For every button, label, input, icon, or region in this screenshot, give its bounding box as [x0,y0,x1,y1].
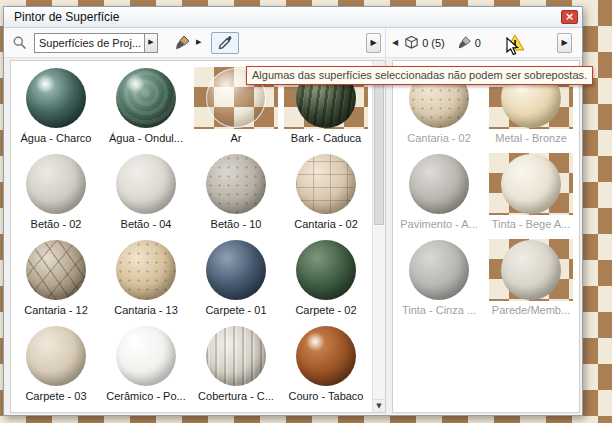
material-sphere [501,240,561,300]
selection-surfaces-panel: Cantaria - 02Metal - BronzePavimento - A… [392,60,580,413]
material-sphere [296,154,356,214]
panel-collapse-icon[interactable]: ◀ [392,38,398,47]
pick-surface-button[interactable] [211,32,239,54]
material-label: Carpete - 03 [11,390,101,402]
catalog-scrollbar[interactable]: ▲ ▼ [372,61,385,412]
material-item[interactable]: Parede/Memb... [485,237,577,323]
material-preview [14,325,98,387]
material-sphere [296,326,356,386]
material-item[interactable]: Água - Ondul... [101,65,191,151]
material-preview [489,239,573,301]
search-icon[interactable] [12,35,28,51]
material-preview [284,239,368,301]
material-label: Pavimento - A... [393,218,485,230]
material-label: Betão - 04 [101,218,191,230]
material-sphere [206,240,266,300]
material-item[interactable]: Carpete - 01 [191,237,281,323]
material-sphere [26,240,86,300]
material-item[interactable]: Cantaria - 12 [11,237,101,323]
filter-popup-icon: ▶ [148,39,153,46]
surface-catalog-panel: Água - CharcoÁgua - Ondul...ArBark - Cad… [10,60,386,413]
window-titlebar[interactable]: Pintor de Superfície × [4,7,582,28]
scroll-down-button[interactable]: ▼ [373,399,385,412]
material-item[interactable]: Betão - 10 [191,151,281,237]
selection-surfaces-grid: Cantaria - 02Metal - BronzePavimento - A… [393,61,579,323]
material-item[interactable]: Cantaria - 13 [101,237,191,323]
paint-brush-icon [174,34,191,51]
material-item[interactable]: Tinta - Cinza ... [393,237,485,323]
material-label: Cantaria - 13 [101,304,191,316]
toolbar: Superfícies de Proj... ▶ ▶ [4,28,582,58]
surface-filter-value: Superfícies de Proj... [35,34,144,52]
material-label: Carpete - 02 [281,304,371,316]
material-label: Metal - Bronze [485,132,577,144]
material-preview [14,67,98,129]
left-panel-expand-button[interactable]: ▶ [366,33,381,53]
material-sphere [116,68,176,128]
material-item[interactable]: Carpete - 03 [11,323,101,409]
material-label: Cantaria - 02 [281,218,371,230]
material-item[interactable]: Betão - 04 [101,151,191,237]
panel-expand-icon: ▶ [370,39,376,47]
material-sphere [26,154,86,214]
material-item[interactable]: Cantaria - 02 [281,151,371,237]
material-item[interactable]: Pavimento - A... [393,151,485,237]
scroll-down-icon: ▼ [376,402,381,410]
material-label: Couro - Tabaco [281,390,371,402]
close-icon: × [565,12,574,22]
material-sphere [26,68,86,128]
material-label: Betão - 02 [11,218,101,230]
material-sphere [116,154,176,214]
material-sphere [116,240,176,300]
filter-popup-button[interactable]: ▶ [144,34,157,52]
material-preview [14,153,98,215]
material-preview [194,239,278,301]
material-label: Água - Ondul... [101,132,191,144]
material-item[interactable]: Carpete - 02 [281,237,371,323]
material-sphere [296,240,356,300]
material-sphere [206,154,266,214]
material-preview [397,239,481,301]
material-label: Tinta - Bege A... [485,218,577,230]
material-preview [194,153,278,215]
material-label: Bark - Caduca [281,132,371,144]
material-item[interactable]: Couro - Tabaco [281,323,371,409]
material-label: Carpete - 01 [191,304,281,316]
material-label: Tinta - Cinza ... [393,304,485,316]
material-preview [397,153,481,215]
material-sphere [116,326,176,386]
paint-popup-icon[interactable]: ▶ [196,39,201,46]
material-item[interactable]: Tinta - Bege A... [485,151,577,237]
material-label: Cantaria - 12 [11,304,101,316]
paint-count-icon [457,35,472,50]
material-sphere [501,154,561,214]
material-label: Cobertura - C... [191,390,281,402]
material-label: Betão - 10 [191,218,281,230]
material-label: Água - Charco [11,132,101,144]
material-preview [104,153,188,215]
window-title: Pintor de Superfície [14,10,119,24]
scrollbar-thumb[interactable] [374,75,384,225]
toolbar-left-section: Superfícies de Proj... ▶ ▶ [4,28,385,57]
paintable-count: 0 [475,37,481,49]
material-item[interactable]: Cerâmico - Po... [101,323,191,409]
surface-filter-dropdown[interactable]: Superfícies de Proj... ▶ [34,33,158,53]
material-item[interactable]: Água - Charco [11,65,101,151]
material-preview [284,325,368,387]
material-preview [104,325,188,387]
material-item[interactable]: Betão - 02 [11,151,101,237]
eyedropper-icon [217,34,234,51]
right-panel-expand-button[interactable]: ▶ [557,33,572,53]
material-label: Parede/Memb... [485,304,577,316]
material-item[interactable]: Cobertura - C... [191,323,281,409]
material-sphere [409,154,469,214]
material-label: Cerâmico - Po... [101,390,191,402]
close-button[interactable]: × [561,10,578,24]
material-sphere [26,326,86,386]
toolbar-right-section: ◀ 0 (5) 0 [385,28,582,57]
material-preview [194,325,278,387]
cursor-icon [506,37,519,56]
material-preview [14,239,98,301]
paint-mode-button[interactable] [168,32,196,54]
panel-expand-icon: ▶ [561,39,567,47]
